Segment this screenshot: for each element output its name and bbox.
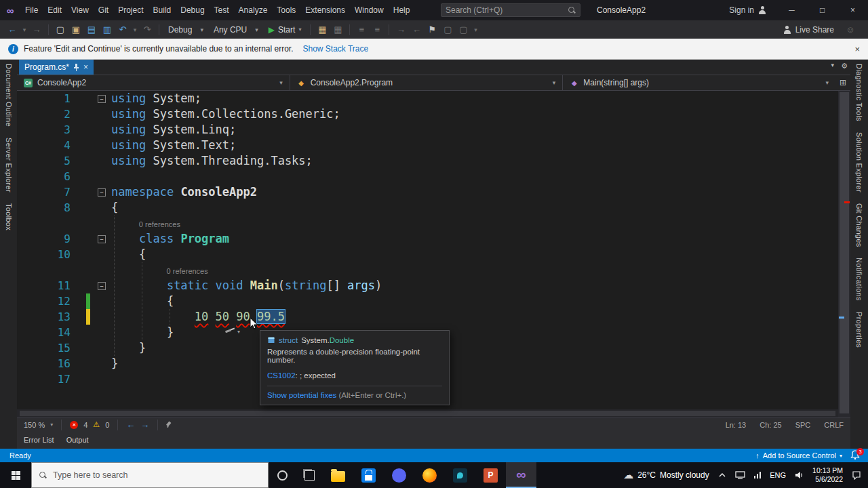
code-line[interactable]: 13 10 50 90 99.5 [17,309,838,325]
notifications-bell-button[interactable]: 3 [850,450,861,461]
outdent-icon[interactable]: ← [410,22,423,37]
active-files-dropdown-icon[interactable]: ▾ [831,62,835,70]
save-icon[interactable]: ▤ [85,22,98,37]
language-indicator[interactable]: ENG [770,471,786,479]
taskbar-app-firefox[interactable] [414,462,445,488]
bookmark-icon[interactable]: ⚑ [425,22,439,37]
tool-tab-git-changes[interactable]: Git Changes [855,203,863,247]
quick-search-input[interactable]: Search (Ctrl+Q) [441,3,580,17]
attach-to-process-icon[interactable]: ▦ [315,22,329,37]
code-line[interactable]: 12 { [17,293,838,309]
scrollbar-thumb[interactable] [840,92,849,413]
tab-close-icon[interactable]: × [83,62,88,72]
minimize-button[interactable]: ─ [776,0,807,20]
toolbar-overflow-icon[interactable]: ▾ [472,22,479,37]
redo-icon[interactable]: ↷ [140,22,154,37]
horizontal-scrollbar[interactable] [17,409,838,418]
display-icon[interactable] [735,471,745,479]
split-window-icon[interactable]: ⊞ [835,75,850,90]
line-ending-indicator[interactable]: CRLF [824,421,844,429]
pin-icon[interactable] [73,64,79,71]
menu-help[interactable]: Help [389,0,415,20]
solution-explorer-sync-icon[interactable]: ≡ [370,22,384,37]
menu-view[interactable]: View [66,0,94,20]
start-button[interactable] [0,462,31,488]
menu-debug[interactable]: Debug [176,0,209,20]
menu-build[interactable]: Build [149,0,176,20]
codelens-references[interactable]: 0 references [108,216,180,231]
code-line[interactable]: 1−using System; [17,91,838,106]
error-code-link[interactable]: CS1002 [267,371,296,380]
vertical-scrollbar[interactable] [838,91,850,418]
solution-platform-dropdown[interactable]: Any CPU▾ [210,22,262,37]
taskbar-app-game[interactable] [445,462,475,488]
code-line[interactable]: 2using System.Collections.Generic; [17,106,838,122]
taskbar-app-powerpoint[interactable]: P [475,462,506,488]
code-line[interactable]: 11− static void Main(string[] args) [17,278,838,293]
solution-configuration-dropdown[interactable]: Debug▾ [164,22,208,37]
search-icon[interactable] [568,7,576,14]
warning-count[interactable]: 0 [105,421,109,429]
code-line[interactable]: 7−namespace ConsoleApp2 [17,184,838,200]
taskbar-search-input[interactable]: Type here to search [31,462,269,488]
network-icon[interactable] [754,472,762,479]
send-feedback-icon[interactable]: ☺ [844,22,857,37]
code-line[interactable]: 5using System.Threading.Tasks; [17,153,838,169]
tool-tab-server-explorer[interactable]: Server Explorer [5,138,13,192]
next-issue-icon[interactable]: → [140,420,149,430]
fold-collapse-icon[interactable]: − [98,282,106,290]
close-button[interactable]: × [837,0,868,20]
code-line[interactable]: 10 { [17,247,838,262]
undo-caret-icon[interactable]: ▾ [132,22,138,37]
show-potential-fixes-link[interactable]: Show potential fixes [267,391,336,399]
insert-mode-indicator[interactable]: SPC [795,421,811,429]
info-bar-close-icon[interactable]: × [854,44,860,54]
codelens-references[interactable]: 0 references [108,262,208,278]
volume-icon[interactable] [795,471,804,479]
menu-extensions[interactable]: Extensions [300,0,350,20]
navigate-backward-caret-icon[interactable]: ▾ [21,22,28,37]
tool-tab-toolbox[interactable]: Toolbox [5,203,13,230]
taskbar-app-visual-studio[interactable]: ∞ [506,462,536,488]
navigate-forward-icon[interactable]: → [30,22,43,37]
tool-tab-solution-explorer[interactable]: Solution Explorer [855,132,863,192]
column-indicator[interactable]: Ch: 25 [760,421,781,429]
sign-in-button[interactable]: Sign in [729,0,766,20]
hidden-icons-chevron-icon[interactable] [718,472,726,478]
tool-tab-properties[interactable]: Properties [855,312,863,348]
code-line[interactable]: 9− class Program [17,231,838,247]
new-project-icon[interactable]: ▢ [54,22,67,37]
show-stack-trace-link[interactable]: Show Stack Trace [302,44,368,54]
menu-analyze[interactable]: Analyze [234,0,273,20]
indent-icon[interactable]: → [394,22,408,37]
code-line[interactable]: 8{ [17,200,838,216]
quick-actions-button[interactable]: ▾ [224,327,240,336]
panel-tab-output[interactable]: Output [66,436,89,444]
warning-icon[interactable]: ⚠ [93,420,100,429]
error-count-icon[interactable]: × [70,421,78,429]
weather-widget[interactable]: ☁ 26°C Mostly cloudy [623,469,709,481]
code-line[interactable]: 0 references [17,216,838,231]
line-indicator[interactable]: Ln: 13 [726,421,747,429]
fold-collapse-icon[interactable]: − [98,235,106,243]
open-file-icon[interactable]: ▣ [69,22,83,37]
menu-git[interactable]: Git [94,0,113,20]
project-dropdown[interactable]: C# ConsoleApp2 ▾ [17,75,290,90]
fold-collapse-icon[interactable]: − [98,95,106,103]
add-to-source-control-button[interactable]: ↑ Add to Source Control ▾ [755,451,842,460]
clock[interactable]: 10:13 PM 5/6/2022 [812,466,843,484]
code-line[interactable]: 0 references [17,262,838,278]
type-dropdown[interactable]: ◆ ConsoleApp2.Program ▾ [290,75,564,90]
code-line[interactable]: 3using System.Linq; [17,122,838,138]
menu-project[interactable]: Project [113,0,148,20]
chevron-down-icon[interactable]: ▾ [50,422,53,428]
maximize-button[interactable]: □ [807,0,837,20]
undo-icon[interactable]: ↶ [116,22,130,37]
comment-icon[interactable]: ▢ [441,22,454,37]
edit-pencil-icon[interactable] [166,421,174,428]
find-in-files-icon[interactable]: ≡ [355,22,368,37]
menu-tools[interactable]: Tools [272,0,300,20]
tool-tab-notifications[interactable]: Notifications [855,258,863,301]
tool-tab-document-outline[interactable]: Document Outline [5,64,13,127]
prev-issue-icon[interactable]: ← [126,420,135,430]
